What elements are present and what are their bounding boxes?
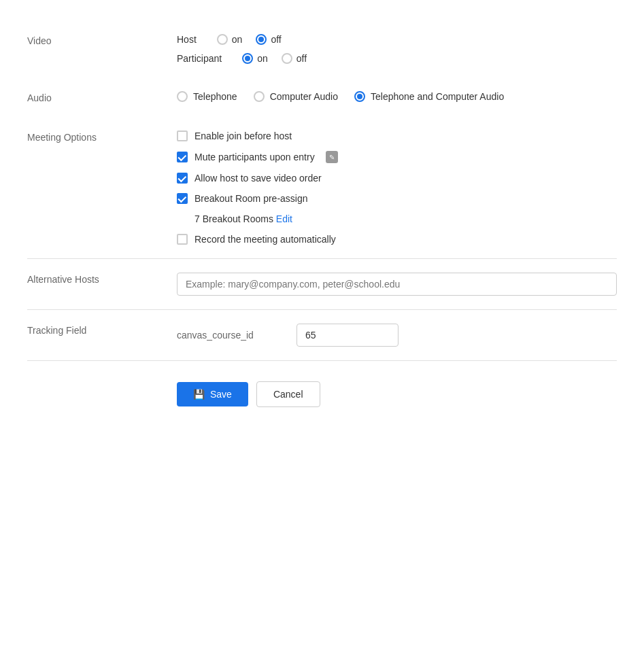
audio-content: Telephone Computer Audio Telephone and C… (177, 91, 617, 102)
join-before-host-row: Enable join before host (177, 131, 617, 141)
audio-telephone-option[interactable]: Telephone (177, 91, 237, 102)
breakout-preassign-row: Breakout Room pre-assign (177, 193, 617, 204)
mute-on-entry-label: Mute participants upon entry (194, 152, 315, 162)
tracking-field-section: Tracking Field canvas_course_id (27, 310, 617, 360)
participant-off-label[interactable]: off (296, 53, 307, 64)
tracking-key: canvas_course_id (177, 330, 286, 341)
record-auto-row: Record the meeting automatically (177, 234, 617, 245)
host-on-label[interactable]: on (232, 34, 243, 45)
join-before-host-checkbox[interactable] (177, 131, 188, 141)
breakout-sub-row: 7 Breakout Rooms Edit (194, 213, 617, 224)
tracking-field-label: Tracking Field (27, 324, 177, 336)
button-row: 💾 Save Cancel (27, 361, 617, 428)
participant-row: Participant on off (177, 53, 617, 64)
host-off-label[interactable]: off (271, 34, 281, 45)
host-on-radio[interactable] (217, 34, 228, 45)
audio-both-radio[interactable] (354, 91, 365, 102)
meeting-options-section: Meeting Options Enable join before host … (27, 117, 617, 258)
tracking-row: canvas_course_id (177, 324, 617, 347)
host-radio-options: on off (217, 34, 282, 45)
alternative-hosts-section: Alternative Hosts (27, 259, 617, 309)
audio-both-label[interactable]: Telephone and Computer Audio (371, 91, 504, 102)
page: Video Host on off Participant (0, 0, 644, 658)
mute-on-entry-checkbox[interactable] (177, 152, 188, 162)
video-content: Host on off Participant (177, 34, 617, 64)
meeting-options-content: Enable join before host Mute participant… (177, 131, 617, 245)
video-label: Video (27, 34, 177, 46)
record-auto-checkbox[interactable] (177, 234, 188, 245)
meeting-options-label: Meeting Options (27, 131, 177, 143)
alternative-hosts-content (177, 273, 617, 296)
participant-radio-options: on off (242, 53, 307, 64)
host-off-radio[interactable] (256, 34, 267, 45)
host-on-option[interactable]: on (217, 34, 243, 45)
participant-off-option[interactable]: off (282, 53, 307, 64)
save-video-order-label: Allow host to save video order (194, 173, 322, 184)
audio-options: Telephone Computer Audio Telephone and C… (177, 91, 617, 102)
audio-label: Audio (27, 91, 177, 103)
host-off-option[interactable]: off (256, 34, 281, 45)
participant-on-option[interactable]: on (242, 53, 268, 64)
breakout-count-text: 7 Breakout Rooms (194, 213, 273, 224)
audio-computer-option[interactable]: Computer Audio (254, 91, 338, 102)
audio-telephone-label[interactable]: Telephone (193, 91, 237, 102)
save-video-order-row: Allow host to save video order (177, 173, 617, 184)
participant-on-radio[interactable] (242, 53, 253, 64)
save-button[interactable]: 💾 Save (177, 382, 248, 406)
save-label: Save (210, 389, 232, 400)
audio-section: Audio Telephone Computer Audio Telephone… (27, 77, 617, 117)
breakout-preassign-label: Breakout Room pre-assign (194, 193, 308, 204)
audio-computer-radio[interactable] (254, 91, 265, 102)
audio-computer-label[interactable]: Computer Audio (270, 91, 338, 102)
video-section: Video Host on off Participant (27, 20, 617, 77)
alternative-hosts-input[interactable] (177, 273, 617, 296)
mute-info-icon[interactable]: ✎ (326, 151, 338, 163)
audio-both-option[interactable]: Telephone and Computer Audio (354, 91, 504, 102)
host-row: Host on off (177, 34, 617, 45)
participant-on-label[interactable]: on (257, 53, 268, 64)
tracking-field-content: canvas_course_id (177, 324, 617, 347)
cancel-button[interactable]: Cancel (256, 381, 320, 407)
alternative-hosts-label: Alternative Hosts (27, 273, 177, 285)
breakout-edit-link[interactable]: Edit (276, 213, 292, 224)
host-label: Host (177, 34, 197, 45)
save-icon: 💾 (193, 389, 205, 400)
mute-on-entry-row: Mute participants upon entry ✎ (177, 151, 617, 163)
participant-label: Participant (177, 53, 222, 64)
join-before-host-label: Enable join before host (194, 131, 292, 141)
audio-telephone-radio[interactable] (177, 91, 188, 102)
save-video-order-checkbox[interactable] (177, 173, 188, 184)
participant-off-radio[interactable] (282, 53, 292, 64)
tracking-value-input[interactable] (296, 324, 399, 347)
record-auto-label: Record the meeting automatically (194, 234, 336, 245)
breakout-preassign-checkbox[interactable] (177, 193, 188, 204)
